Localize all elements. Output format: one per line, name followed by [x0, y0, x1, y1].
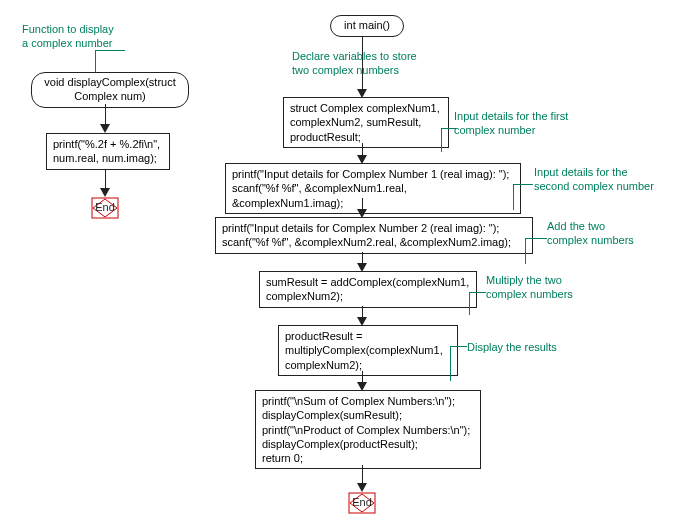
conn-line-r4v — [469, 292, 470, 315]
annotation-mul: Multiply the two complex numbers — [486, 273, 573, 302]
arrow-line-left-1 — [105, 104, 106, 126]
conn-line-r3 — [525, 238, 547, 239]
conn-line-r1v — [441, 128, 442, 152]
conn-line-left-1 — [95, 50, 96, 72]
box-multiply: productResult = multiplyComplex(complexN… — [278, 325, 458, 376]
end-label-left: End — [90, 201, 120, 213]
conn-line-r4 — [469, 292, 486, 293]
end-node-left: End — [90, 196, 120, 220]
arrow-left-1 — [100, 124, 110, 133]
node-int-main: int main() — [330, 15, 404, 37]
box-input1: printf("Input details for Complex Number… — [225, 163, 521, 214]
conn-line-r3v — [525, 238, 526, 264]
arrow-line-left-2 — [105, 170, 106, 190]
arrow-line-r7 — [362, 465, 363, 485]
annotation-add: Add the two complex numbers — [547, 219, 634, 248]
conn-line-r5 — [450, 346, 467, 347]
box-declare-vars: struct Complex complexNum1, complexNum2,… — [283, 97, 449, 148]
conn-line-r2v — [513, 184, 514, 210]
conn-line-r5v — [450, 346, 451, 381]
annotation-display-func: Function to display a complex number — [22, 22, 114, 51]
annotation-disp: Display the results — [467, 340, 557, 354]
box-printf-display: printf("%.2f + %.2fi\n", num.real, num.i… — [46, 133, 170, 170]
box-add: sumResult = addComplex(complexNum1, comp… — [259, 271, 477, 308]
conn-line-r2 — [513, 184, 533, 185]
node-display-complex: void displayComplex(struct Complex num) — [31, 72, 189, 108]
box-display-results: printf("\nSum of Complex Numbers:\n"); d… — [255, 390, 481, 469]
end-node-right: End — [347, 491, 377, 515]
annotation-input2: Input details for the second complex num… — [534, 165, 654, 194]
annotation-input1: Input details for the first complex numb… — [454, 109, 568, 138]
conn-line-left-1h — [95, 50, 125, 51]
conn-line-r1 — [441, 128, 456, 129]
box-input2: printf("Input details for Complex Number… — [215, 217, 533, 254]
annotation-declare: Declare variables to store two complex n… — [292, 49, 417, 78]
end-label-right: End — [347, 496, 377, 508]
